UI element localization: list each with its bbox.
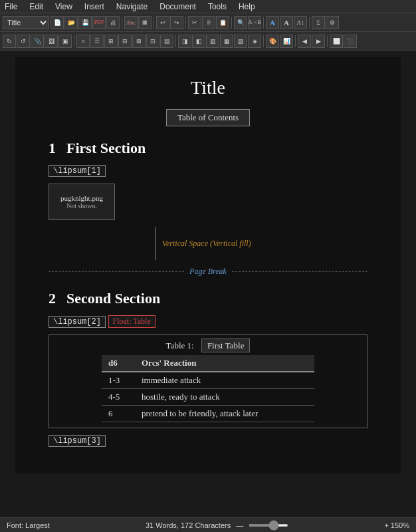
- page-break-line-right: [232, 271, 367, 272]
- menu-document[interactable]: Document: [157, 2, 198, 11]
- replace-btn[interactable]: A→B: [248, 16, 261, 29]
- table-row: 1-3 immediate attack: [102, 372, 314, 389]
- row1-col2: immediate attack: [135, 372, 314, 389]
- float-tag: Float: Table: [108, 315, 156, 328]
- print-btn[interactable]: 🖨: [106, 16, 120, 29]
- table-btn[interactable]: ▦: [138, 16, 152, 29]
- lipsum-1-tag: \lipsum[1]: [49, 165, 106, 177]
- copy-btn[interactable]: ⎘: [202, 16, 215, 29]
- new-file-btn[interactable]: 📄: [51, 16, 64, 29]
- lipsum-2-tag: \lipsum[2]: [49, 316, 106, 328]
- paste-btn[interactable]: 📋: [216, 16, 229, 29]
- toc-label: Table of Contents: [166, 109, 250, 126]
- menu-insert[interactable]: Insert: [82, 2, 106, 11]
- tb2-btn14[interactable]: ◧: [192, 35, 205, 48]
- spellcheck-btn[interactable]: Abc: [124, 16, 138, 29]
- table-row: 6 pretend to be friendly, attack later: [102, 406, 314, 422]
- image-filename: pugknight.png: [60, 194, 103, 202]
- row3-col2: pretend to be friendly, attack later: [135, 406, 314, 422]
- fontC-btn[interactable]: A↕: [294, 16, 307, 29]
- tb2-btn4[interactable]: 🖼: [45, 35, 58, 48]
- section-1-number: 1: [49, 140, 56, 157]
- row2-col1: 4-5: [102, 389, 135, 406]
- vertical-space-line: [155, 227, 156, 260]
- table-caption: Table 1: First Table: [54, 340, 362, 351]
- vertical-space-label: Vertical Space (Vertical fill): [162, 239, 251, 249]
- image-placeholder: pugknight.png Not shown.: [49, 184, 115, 220]
- tb2-btn2[interactable]: ↺: [17, 35, 30, 48]
- section-1-title: First Section: [66, 140, 146, 157]
- find-btn[interactable]: 🔍: [234, 16, 247, 29]
- sep1: [122, 17, 122, 29]
- zoom-slider[interactable]: [249, 524, 288, 527]
- tb2-btn17[interactable]: ▧: [234, 35, 247, 48]
- tb2-btn6[interactable]: ≡: [76, 35, 90, 48]
- row1-col1: 1-3: [102, 372, 135, 389]
- sep10: [295, 35, 296, 47]
- sep2: [154, 17, 154, 29]
- tb2-btn16[interactable]: ▦: [220, 35, 233, 48]
- sep9: [263, 35, 264, 47]
- undo-btn[interactable]: ↩: [156, 16, 169, 29]
- page-break-label: Page Break: [189, 267, 227, 277]
- menu-view[interactable]: View: [53, 2, 74, 11]
- tb2-btn21[interactable]: ◀: [298, 35, 311, 48]
- tb2-btn1[interactable]: ↻: [3, 35, 16, 48]
- tb2-btn18[interactable]: ◈: [248, 35, 261, 48]
- tb2-btn9[interactable]: ⊟: [118, 35, 132, 48]
- save-btn[interactable]: 💾: [78, 16, 92, 29]
- tb2-btn13[interactable]: ◨: [178, 35, 191, 48]
- tb2-btn10[interactable]: ⊠: [132, 35, 146, 48]
- table-caption-label: Table 1:: [166, 340, 194, 350]
- menu-navigate[interactable]: Navigate: [114, 2, 150, 11]
- math-btn[interactable]: Σ: [312, 16, 325, 29]
- page-break-line-left: [49, 271, 184, 272]
- fontA-btn[interactable]: A: [266, 16, 279, 29]
- section-2-heading: 2 Second Section: [49, 290, 367, 307]
- tb2-btn20[interactable]: 📊: [280, 35, 293, 48]
- fontB-btn[interactable]: A: [280, 16, 293, 29]
- tb2-btn11[interactable]: ⊡: [146, 35, 159, 48]
- tb2-btn22[interactable]: ▶: [312, 35, 325, 48]
- word-count-status: 31 Words, 172 Characters —: [146, 521, 288, 529]
- row2-col2: hostile, ready to attack: [135, 389, 314, 406]
- row3-col1: 6: [102, 406, 135, 422]
- menu-file[interactable]: File: [3, 2, 19, 11]
- insert2-btn[interactable]: ⚙: [326, 16, 339, 29]
- menu-tools[interactable]: Tools: [206, 2, 229, 11]
- redo-btn[interactable]: ↪: [170, 16, 183, 29]
- tb2-btn7[interactable]: ☰: [90, 35, 104, 48]
- toolbar-row2: ↻ ↺ 📎 🖼 ▣ ≡ ☰ ⊞ ⊟ ⊠ ⊡ ▤ ◨ ◧ ▥ ▦ ▧ ◈ 🎨 📊 …: [0, 32, 416, 51]
- tb2-btn3[interactable]: 📎: [31, 35, 44, 48]
- section-1-heading: 1 First Section: [49, 140, 367, 157]
- zoom-separator: —: [236, 521, 243, 529]
- tb2-btn23[interactable]: ⬜: [330, 35, 343, 48]
- page-break: Page Break: [49, 267, 367, 277]
- sep5: [263, 17, 264, 29]
- word-count-text: 31 Words, 172 Characters: [146, 521, 231, 529]
- table-caption-title: First Table: [201, 338, 251, 352]
- tb2-btn24[interactable]: ⬛: [344, 35, 357, 48]
- tb2-btn12[interactable]: ▤: [160, 35, 173, 48]
- tb2-btn19[interactable]: 🎨: [266, 35, 279, 48]
- menu-help[interactable]: Help: [237, 2, 257, 11]
- tb2-btn5[interactable]: ▣: [58, 35, 72, 48]
- sep11: [327, 35, 328, 47]
- section-2-number: 2: [49, 290, 56, 307]
- table-row: 4-5 hostile, ready to attack: [102, 389, 314, 406]
- main-content: Title Table of Contents 1 First Section …: [0, 51, 416, 517]
- lipsum-3-tag: \lipsum[3]: [49, 435, 106, 447]
- open-btn[interactable]: 📂: [64, 16, 78, 29]
- menu-edit[interactable]: Edit: [27, 2, 45, 11]
- document-page: Title Table of Contents 1 First Section …: [15, 57, 401, 473]
- tb2-btn8[interactable]: ⊞: [104, 35, 118, 48]
- table-container: Table 1: First Table d6 Orcs' Reaction 1…: [49, 334, 367, 428]
- style-dropdown[interactable]: Title: [3, 16, 49, 29]
- pdf-btn[interactable]: PDF: [92, 16, 106, 29]
- sep3: [185, 17, 186, 29]
- cut-btn[interactable]: ✂: [188, 16, 201, 29]
- tb2-btn15[interactable]: ▥: [206, 35, 219, 48]
- status-bar: Font: Largest 31 Words, 172 Characters —…: [0, 517, 416, 532]
- sep4: [231, 17, 232, 29]
- sep6: [309, 17, 310, 29]
